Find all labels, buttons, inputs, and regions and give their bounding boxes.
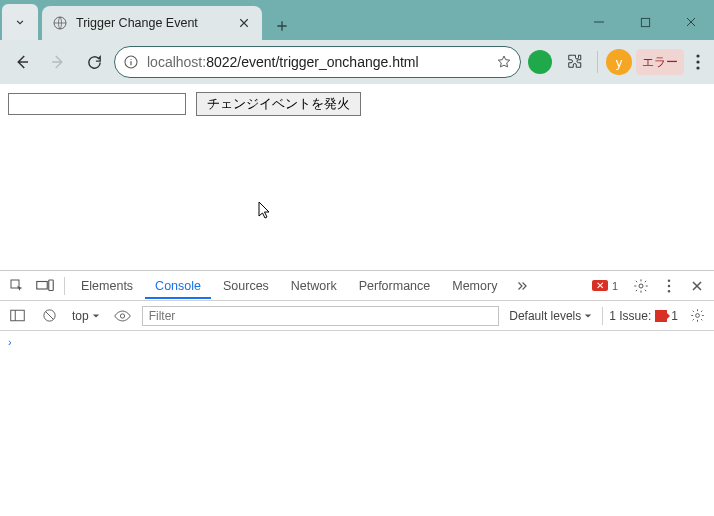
issues-indicator[interactable]: 1 Issue: 1 (609, 309, 678, 323)
clear-icon (42, 308, 57, 323)
context-selector[interactable]: top (68, 309, 104, 323)
window-minimize-button[interactable] (576, 4, 622, 40)
tab-network[interactable]: Network (281, 273, 347, 299)
svg-point-10 (668, 279, 670, 281)
plus-icon (274, 18, 290, 34)
new-tab-button[interactable] (268, 12, 296, 40)
minimize-icon (593, 16, 605, 28)
window-close-button[interactable] (668, 4, 714, 40)
tab-title: Trigger Change Event (76, 16, 198, 30)
page-content: チェンジイベントを発火 (0, 84, 714, 270)
info-icon (123, 54, 139, 70)
device-toolbar-button[interactable] (32, 273, 58, 299)
devtools-close-button[interactable] (684, 273, 710, 299)
reload-icon (86, 54, 103, 71)
devtools-panel: Elements Console Sources Network Perform… (0, 270, 714, 516)
arrow-left-icon (13, 53, 31, 71)
eye-icon (114, 310, 131, 322)
window-maximize-button[interactable] (622, 4, 668, 40)
separator (597, 51, 598, 73)
tab-sources[interactable]: Sources (213, 273, 279, 299)
devtools-settings-button[interactable] (628, 273, 654, 299)
devices-icon (36, 279, 54, 293)
tab-elements[interactable]: Elements (71, 273, 143, 299)
close-icon (691, 280, 703, 292)
separator (602, 307, 603, 325)
flag-icon (655, 310, 667, 322)
extensions-button[interactable] (559, 47, 589, 77)
forward-button[interactable] (42, 46, 74, 78)
maximize-icon (640, 17, 651, 28)
arrow-right-icon (49, 53, 67, 71)
error-count[interactable]: 1 (612, 280, 618, 292)
console-sidebar-toggle[interactable] (4, 303, 30, 329)
browser-toolbar: localhost:8022/event/trigger_onchange.ht… (0, 40, 714, 84)
live-expression-button[interactable] (110, 303, 136, 329)
svg-rect-8 (49, 280, 54, 291)
svg-point-9 (639, 284, 643, 288)
clear-console-button[interactable] (36, 303, 62, 329)
trigger-change-button[interactable]: チェンジイベントを発火 (196, 92, 361, 116)
browser-menu-button[interactable] (688, 54, 708, 70)
globe-icon (52, 15, 68, 31)
gear-icon (690, 308, 705, 323)
inspect-icon (9, 278, 25, 294)
inspect-element-button[interactable] (4, 273, 30, 299)
bookmark-button[interactable] (496, 54, 512, 70)
tab-memory[interactable]: Memory (442, 273, 507, 299)
triangle-down-icon (92, 312, 100, 320)
svg-point-12 (668, 290, 670, 292)
svg-rect-7 (37, 281, 48, 289)
close-icon (685, 16, 697, 28)
star-icon (496, 54, 512, 70)
devtools-menu-button[interactable] (656, 273, 682, 299)
svg-point-5 (696, 66, 699, 69)
more-tabs-button[interactable] (509, 273, 535, 299)
kebab-icon (667, 279, 671, 293)
triangle-down-icon (584, 312, 592, 320)
svg-point-16 (695, 314, 699, 318)
sidebar-icon (10, 309, 25, 322)
error-badge-icon: ✕ (592, 280, 608, 291)
tab-close-button[interactable] (236, 15, 252, 31)
profile-avatar[interactable]: y (606, 49, 632, 75)
chevrons-right-icon (515, 279, 529, 293)
url-text: localhost:8022/event/trigger_onchange.ht… (147, 54, 419, 70)
gear-icon (633, 278, 649, 294)
extension-button-1[interactable] (525, 47, 555, 77)
svg-point-11 (668, 284, 670, 286)
browser-tab[interactable]: Trigger Change Event (42, 6, 262, 40)
svg-point-4 (696, 60, 699, 63)
separator (64, 277, 65, 295)
svg-point-3 (696, 54, 699, 57)
puzzle-icon (565, 53, 583, 71)
tab-performance[interactable]: Performance (349, 273, 441, 299)
console-output[interactable]: › (0, 331, 714, 516)
svg-rect-13 (10, 310, 24, 321)
console-prompt: › (8, 336, 12, 348)
kebab-icon (696, 54, 700, 70)
address-bar[interactable]: localhost:8022/event/trigger_onchange.ht… (114, 46, 521, 78)
tab-search-dropdown[interactable] (2, 4, 38, 40)
reload-button[interactable] (78, 46, 110, 78)
back-button[interactable] (6, 46, 38, 78)
extension-green-icon (528, 50, 552, 74)
tab-console[interactable]: Console (145, 273, 211, 299)
svg-rect-1 (641, 18, 649, 26)
console-settings-button[interactable] (684, 303, 710, 329)
svg-point-15 (121, 313, 125, 317)
error-indicator[interactable]: エラー (636, 49, 684, 75)
text-input[interactable] (8, 93, 186, 115)
chevron-down-icon (13, 15, 27, 29)
cursor-icon (258, 201, 272, 221)
close-icon (238, 17, 250, 29)
console-filter-input[interactable] (142, 306, 500, 326)
log-levels-selector[interactable]: Default levels (505, 309, 596, 323)
